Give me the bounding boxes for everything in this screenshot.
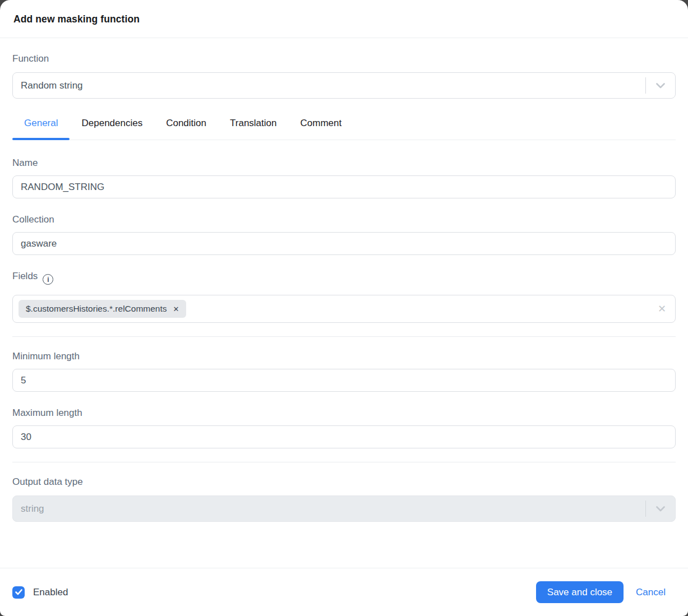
tab-general-label: General: [24, 118, 58, 128]
info-icon[interactable]: i: [43, 274, 53, 285]
tab-bar: General Dependencies Condition Translati…: [12, 118, 676, 140]
min-length-input[interactable]: [12, 369, 676, 392]
collection-input[interactable]: [12, 232, 676, 255]
function-group: Function Random string: [12, 53, 676, 99]
fields-tag-input[interactable]: $.customersHistories.*.relComments ✕ ✕: [12, 295, 676, 323]
output-type-select: string: [12, 495, 676, 522]
tab-condition[interactable]: Condition: [154, 118, 218, 140]
tab-translation[interactable]: Translation: [218, 118, 288, 140]
active-tab-underline: [12, 138, 70, 140]
tab-comment-label: Comment: [300, 118, 341, 128]
tab-translation-label: Translation: [230, 118, 276, 128]
function-label: Function: [12, 53, 676, 65]
field-tag: $.customersHistories.*.relComments ✕: [19, 300, 186, 318]
name-group: Name: [12, 157, 676, 198]
chevron-down-icon[interactable]: [646, 83, 675, 89]
tag-remove-icon[interactable]: ✕: [173, 305, 179, 313]
max-length-input[interactable]: [12, 425, 676, 448]
add-masking-function-dialog: Add new masking function Function Random…: [0, 0, 688, 616]
cancel-button[interactable]: Cancel: [636, 587, 666, 598]
max-length-label: Maximum length: [12, 407, 676, 419]
output-type-group: Output data type string: [12, 476, 676, 522]
output-type-value: string: [13, 503, 645, 515]
section-divider: [12, 336, 676, 337]
dialog-body: Function Random string General Dependenc…: [0, 38, 688, 568]
tab-dependencies-label: Dependencies: [81, 118, 142, 128]
collection-label: Collection: [12, 214, 676, 226]
dialog-header: Add new masking function: [0, 0, 688, 38]
clear-all-icon[interactable]: ✕: [658, 304, 666, 314]
name-input[interactable]: [12, 175, 676, 198]
max-length-group: Maximum length: [12, 407, 676, 448]
min-length-group: Minimum length: [12, 350, 676, 392]
dialog-title: Add new masking function: [13, 13, 675, 25]
field-tag-label: $.customersHistories.*.relComments: [26, 304, 167, 314]
name-label: Name: [12, 157, 676, 169]
checkmark-icon: [15, 589, 22, 595]
enabled-label: Enabled: [33, 587, 68, 598]
fields-group: Fields i $.customersHistories.*.relComme…: [12, 270, 676, 323]
collection-group: Collection: [12, 214, 676, 255]
output-type-label: Output data type: [12, 476, 676, 488]
chevron-down-icon: [646, 506, 675, 512]
tab-comment[interactable]: Comment: [288, 118, 353, 140]
function-select[interactable]: Random string: [12, 72, 676, 99]
tab-condition-label: Condition: [166, 118, 206, 128]
section-divider: [12, 462, 676, 462]
function-select-value: Random string: [13, 80, 645, 91]
save-and-close-button[interactable]: Save and close: [536, 581, 624, 603]
min-length-label: Minimum length: [12, 350, 676, 363]
tab-general[interactable]: General: [12, 118, 70, 140]
dialog-footer: Enabled Save and close Cancel: [0, 568, 688, 616]
tab-dependencies[interactable]: Dependencies: [70, 118, 154, 140]
fields-label: Fields: [12, 270, 38, 282]
footer-actions: Save and close Cancel: [536, 581, 676, 603]
enabled-checkbox[interactable]: [12, 586, 25, 599]
